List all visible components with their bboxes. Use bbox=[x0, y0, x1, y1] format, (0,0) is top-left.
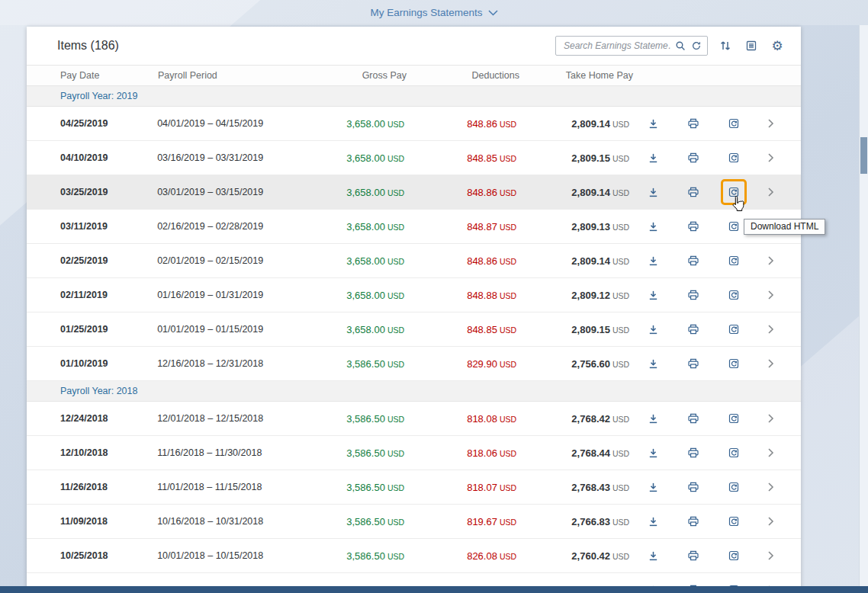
table-row[interactable]: 12/10/2018 11/16/2018 – 11/30/2018 3,586… bbox=[27, 436, 801, 470]
download-button[interactable] bbox=[643, 216, 664, 237]
row-details-button[interactable] bbox=[760, 284, 781, 306]
deductions-cell: 848.85USD bbox=[404, 322, 516, 336]
table-row[interactable]: 01/10/2019 12/16/2018 – 12/31/2018 3,586… bbox=[27, 347, 801, 381]
print-button[interactable] bbox=[683, 353, 704, 374]
download-html-button[interactable] bbox=[723, 319, 744, 340]
deductions-amount: 818.07 bbox=[467, 482, 497, 493]
download-html-button[interactable] bbox=[723, 284, 744, 306]
download-button[interactable] bbox=[643, 511, 664, 532]
table-toolbar: ⚙ bbox=[555, 36, 786, 56]
search-button[interactable] bbox=[673, 38, 688, 53]
download-html-button[interactable] bbox=[723, 545, 744, 566]
row-details-button[interactable] bbox=[760, 511, 781, 532]
row-details-button[interactable] bbox=[760, 113, 781, 134]
print-button[interactable] bbox=[683, 216, 704, 237]
row-details-button[interactable] bbox=[760, 408, 781, 429]
download-html-button[interactable] bbox=[723, 113, 744, 134]
print-button[interactable] bbox=[683, 442, 704, 463]
row-details-button[interactable] bbox=[760, 147, 781, 168]
table-row[interactable]: 11/26/2018 11/01/2018 – 11/15/2018 3,586… bbox=[27, 470, 801, 505]
gross-pay-currency: USD bbox=[387, 360, 404, 369]
gross-pay-amount: 3,658.00 bbox=[346, 255, 385, 267]
row-details-button[interactable] bbox=[760, 319, 781, 340]
download-button[interactable] bbox=[643, 113, 664, 134]
download-html-button[interactable] bbox=[723, 442, 744, 463]
take-home-currency: USD bbox=[612, 415, 629, 424]
download-html-button[interactable] bbox=[723, 476, 744, 498]
row-details-button[interactable] bbox=[760, 442, 781, 463]
row-details-button[interactable] bbox=[760, 545, 781, 566]
download-button[interactable] bbox=[643, 353, 664, 374]
print-button[interactable] bbox=[683, 250, 704, 271]
table-row[interactable]: 02/25/2019 02/01/2019 – 02/15/2019 3,658… bbox=[27, 244, 801, 278]
group-header-row[interactable]: Payroll Year: 2019 bbox=[27, 86, 801, 107]
print-button[interactable] bbox=[683, 181, 704, 203]
row-details-button[interactable] bbox=[760, 250, 781, 271]
download-html-cell bbox=[708, 545, 760, 566]
download-button[interactable] bbox=[643, 147, 664, 168]
download-button[interactable] bbox=[643, 408, 664, 429]
row-details-button[interactable] bbox=[760, 353, 781, 374]
download-button[interactable] bbox=[643, 250, 664, 271]
download-button[interactable] bbox=[643, 545, 664, 566]
download-html-button[interactable] bbox=[723, 147, 744, 168]
download-html-button[interactable] bbox=[723, 408, 744, 429]
download-button[interactable] bbox=[643, 284, 664, 306]
table-row[interactable]: 04/10/2019 03/16/2019 – 03/31/2019 3,658… bbox=[27, 141, 801, 175]
refresh-button[interactable] bbox=[689, 38, 704, 53]
table-row[interactable]: 01/25/2019 01/01/2019 – 01/15/2019 3,658… bbox=[27, 313, 801, 347]
print-icon bbox=[687, 117, 699, 130]
download-html-button[interactable] bbox=[723, 216, 744, 237]
print-button[interactable] bbox=[683, 545, 704, 566]
table-row[interactable]: 11/09/2018 10/16/2018 – 10/31/2018 3,586… bbox=[27, 505, 801, 539]
download-html-button[interactable] bbox=[723, 181, 744, 203]
download-cell bbox=[629, 284, 678, 306]
print-button[interactable] bbox=[683, 476, 704, 498]
table-row[interactable]: 03/11/2019 02/16/2019 – 02/28/2019 3,658… bbox=[27, 210, 801, 244]
print-button[interactable] bbox=[683, 147, 704, 168]
chevron-right-icon bbox=[766, 255, 775, 266]
download-html-button[interactable] bbox=[723, 353, 744, 374]
download-button[interactable] bbox=[643, 442, 664, 463]
group-header-row[interactable]: Payroll Year: 2018 bbox=[27, 381, 801, 402]
download-cell bbox=[629, 545, 678, 566]
print-cell bbox=[678, 442, 709, 463]
gross-pay-cell: 3,658.00USD bbox=[309, 117, 404, 130]
search-input[interactable] bbox=[562, 40, 672, 52]
download-button[interactable] bbox=[643, 319, 664, 340]
scrollbar-thumb[interactable] bbox=[860, 137, 867, 174]
table-row[interactable]: 12/24/2018 12/01/2018 – 12/15/2018 3,586… bbox=[27, 402, 801, 436]
group-settings-button[interactable] bbox=[743, 37, 760, 54]
print-button[interactable] bbox=[683, 284, 704, 306]
download-cell bbox=[629, 476, 678, 498]
pay-date: 01/25/2019 bbox=[60, 324, 157, 335]
print-button[interactable] bbox=[683, 408, 704, 429]
deductions-currency: USD bbox=[500, 518, 516, 527]
download-button[interactable] bbox=[643, 181, 664, 203]
table-row[interactable]: 02/11/2019 01/16/2019 – 01/31/2019 3,658… bbox=[27, 278, 801, 313]
details-cell bbox=[760, 545, 789, 566]
print-button[interactable] bbox=[683, 319, 704, 340]
settings-button[interactable]: ⚙ bbox=[769, 37, 786, 54]
print-button[interactable] bbox=[683, 511, 704, 532]
chevron-right-icon bbox=[766, 413, 775, 424]
row-details-button[interactable] bbox=[760, 476, 781, 498]
scrollbar[interactable] bbox=[859, 25, 868, 586]
download-cell bbox=[629, 113, 678, 134]
deductions-cell: 819.67USD bbox=[404, 514, 516, 528]
download-html-button[interactable] bbox=[723, 250, 744, 271]
print-icon bbox=[687, 515, 699, 527]
row-details-button[interactable] bbox=[760, 181, 781, 203]
download-button[interactable] bbox=[643, 476, 664, 498]
gross-pay-cell: 3,586.50USD bbox=[309, 549, 404, 563]
pay-date: 10/25/2018 bbox=[60, 550, 157, 561]
download-html-button[interactable] bbox=[723, 511, 744, 532]
print-button[interactable] bbox=[683, 113, 704, 134]
table-row[interactable]: 04/25/2019 04/01/2019 – 04/15/2019 3,658… bbox=[27, 107, 801, 141]
app-title-menu[interactable]: My Earnings Statements bbox=[370, 7, 497, 18]
pay-date: 11/09/2018 bbox=[60, 516, 157, 527]
table-row[interactable]: 03/25/2019 03/01/2019 – 03/15/2019 3,658… bbox=[27, 175, 801, 210]
table-row[interactable]: 10/25/2018 10/01/2018 – 10/15/2018 3,586… bbox=[27, 539, 801, 573]
download-cell bbox=[629, 147, 678, 168]
sort-button[interactable] bbox=[717, 37, 734, 54]
